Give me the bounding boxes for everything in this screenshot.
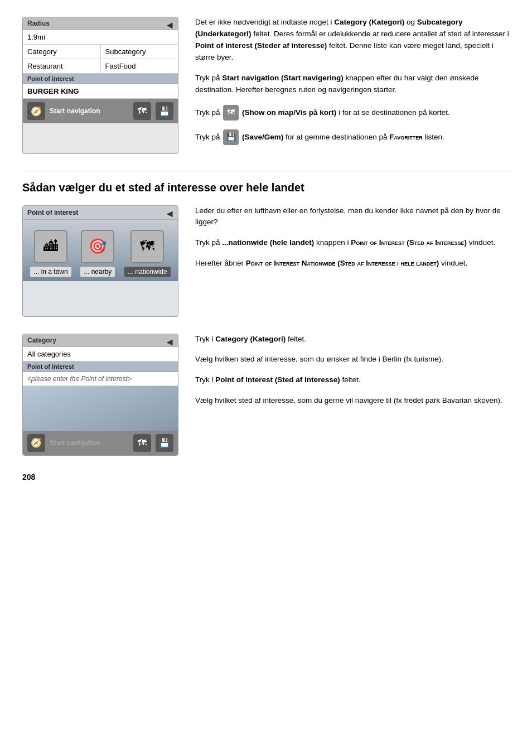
category-header: Category — [23, 45, 101, 59]
section-heading: Sådan vælger du et sted af interesse ove… — [22, 171, 510, 194]
town-label: ... in a town — [30, 267, 71, 277]
poi-icons-row: 🏙 ... in a town 🎯 ... nearby 🗺 ... natio… — [23, 220, 178, 281]
bottom-para3: Tryk i Point of interest (Sted af intere… — [195, 374, 510, 386]
bottom-poi-section-header: Point of interest — [23, 362, 178, 372]
poi-back-arrow[interactable]: ◄ — [165, 208, 175, 220]
bottom-bar-2: 🧭 Start navigation 🗺 💾 — [23, 431, 178, 455]
category-value: Restaurant — [23, 59, 101, 73]
mid-description-text: Leder du efter en lufthavn eller en forl… — [195, 205, 510, 317]
nationwide-label: ... nationwide — [124, 267, 171, 277]
town-icon-box[interactable]: 🏙 ... in a town — [30, 230, 71, 277]
page-number: 208 — [22, 473, 510, 481]
radius-label: Radius — [23, 17, 178, 30]
poi-screen: ◄ Point of interest 🏙 ... in a town 🎯 ..… — [22, 205, 178, 317]
bottom-category-value: All categories — [23, 347, 178, 362]
mid-para1: Leder du efter en lufthavn eller en forl… — [195, 205, 510, 229]
bottom-back-arrow[interactable]: ◄ — [165, 336, 175, 348]
bottom-map-bg — [23, 386, 178, 431]
town-icon: 🏙 — [34, 230, 67, 263]
top-para3: Tryk på 🗺 (Show on map/Vis på kort) i fo… — [195, 105, 510, 121]
save-inline-icon: 💾 — [223, 129, 239, 145]
poi-value: BURGER KING — [23, 84, 178, 99]
save-button[interactable]: 💾 — [156, 102, 173, 120]
bottom-map-button[interactable]: 🗺 — [133, 434, 151, 452]
back-arrow-icon[interactable]: ◄ — [165, 20, 175, 31]
bottom-para1: Tryk i Category (Kategori) feltet. — [195, 334, 510, 345]
nearby-icon: 🎯 — [81, 230, 114, 263]
bottom-poi-placeholder: <please enter the Point of interest> — [23, 372, 178, 386]
bottom-nav-icon[interactable]: 🧭 — [27, 434, 45, 452]
start-nav-label[interactable]: Start navigation — [50, 107, 129, 115]
top-para4: Tryk på 💾 (Save/Gem) for at gemme destin… — [195, 129, 510, 145]
bottom-description-text: Tryk i Category (Kategori) feltet. Vælg … — [195, 334, 510, 456]
mid-section: ◄ Point of interest 🏙 ... in a town 🎯 ..… — [22, 205, 510, 317]
bottom-bar: 🧭 Start navigation 🗺 💾 — [23, 99, 178, 123]
top-para2: Tryk på Start navigation (Start navigeri… — [195, 73, 510, 96]
top-section: ◄ Radius 1.9mi Category Subcategory Rest… — [22, 17, 510, 154]
nationwide-icon: 🗺 — [130, 230, 164, 263]
bottom-category-label: Category — [23, 334, 178, 347]
category-value-row: Restaurant FastFood — [23, 59, 178, 74]
subcategory-header: Subcategory — [101, 45, 178, 59]
nearby-icon-box[interactable]: 🎯 ... nearby — [80, 230, 115, 277]
category-subcategory-row: Category Subcategory — [23, 45, 178, 59]
subcategory-value: FastFood — [101, 59, 178, 73]
bottom-nav-screen: ◄ Category All categories Point of inter… — [22, 334, 178, 456]
map-inline-icon: 🗺 — [223, 105, 239, 121]
top-para1: Det er ikke nødvendigt at indtaste noget… — [195, 17, 510, 64]
mid-para3: Herefter åbner Point of Interest Nationw… — [195, 258, 510, 269]
radius-value: 1.9mi — [23, 30, 178, 45]
top-description-text: Det er ikke nødvendigt at indtaste noget… — [195, 17, 510, 154]
bottom-para2: Vælg hvilken sted af interesse, som du ø… — [195, 354, 510, 365]
bottom-para4: Vælg hvilket sted af interesse, som du g… — [195, 395, 510, 407]
top-nav-screen: ◄ Radius 1.9mi Category Subcategory Rest… — [22, 17, 178, 154]
nav-icon[interactable]: 🧭 — [27, 102, 45, 120]
bottom-section: ◄ Category All categories Point of inter… — [22, 334, 510, 456]
bottom-start-nav-label: Start navigation — [50, 439, 129, 447]
poi-section-header: Point of interest — [23, 74, 178, 84]
map-button[interactable]: 🗺 — [133, 102, 151, 120]
bottom-save-button[interactable]: 💾 — [156, 434, 173, 452]
nationwide-icon-box[interactable]: 🗺 ... nationwide — [124, 230, 171, 277]
poi-screen-title: Point of interest — [23, 206, 178, 220]
mid-para2: Tryk på ...nationwide (hele landet) knap… — [195, 237, 510, 249]
nearby-label: ... nearby — [80, 267, 115, 277]
